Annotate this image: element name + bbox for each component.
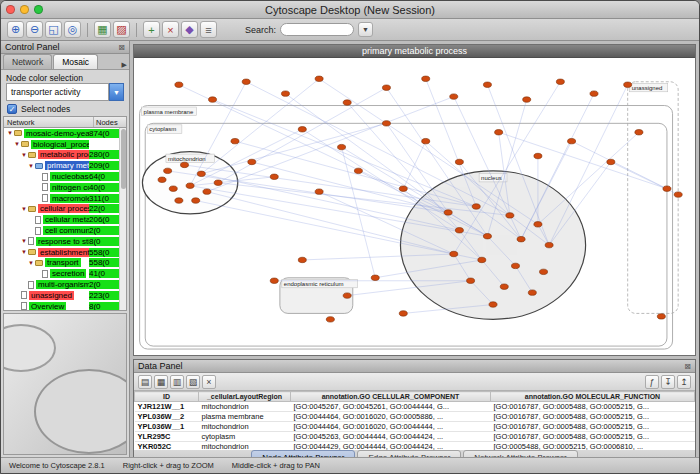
network-canvas[interactable]: plasma membranecytoplasmmitochondrionnuc… [134,58,695,355]
expand-arrow-icon[interactable]: ▼ [6,130,14,136]
cell-value[interactable]: [GO:0016787, GO:0005488, GO:0005215, G..… [491,422,695,432]
zoom-selected-icon[interactable]: ◱ [45,21,62,38]
tab-mosaic[interactable]: Mosaic [53,54,98,69]
graph-edge[interactable] [572,141,667,189]
graph-edge[interactable] [285,94,448,213]
graph-edge[interactable] [549,85,628,245]
cell-value[interactable]: cytoplasm [199,432,291,442]
graph-node[interactable] [399,311,407,316]
graph-node[interactable] [164,168,172,173]
table-row[interactable]: YPL036W__1mitochondrion[GO:0044464, GO:0… [135,422,695,432]
search-options-button[interactable]: ▼ [358,22,373,37]
close-panel-icon[interactable]: ⊠ [684,362,691,371]
cell-id[interactable]: YKR052C [135,442,199,451]
cell-value[interactable]: [GO:0044429, GO:0044444, GO:0044424, ... [291,442,491,451]
graph-node[interactable] [315,189,323,194]
graph-node[interactable] [315,76,323,81]
graph-node[interactable] [270,174,278,179]
graph-node[interactable] [343,100,351,105]
cell-value[interactable]: [GO:0016787, GO:0005488, GO:0005215, G..… [491,432,695,442]
tree-item-cellular-process[interactable]: ▼cellular process22(0 [4,204,119,215]
new-network-icon[interactable]: + [143,21,160,38]
graph-node[interactable] [270,278,278,283]
vizmapper-icon[interactable]: ◆ [181,21,198,38]
graph-node[interactable] [192,198,200,203]
zoom-in-icon[interactable]: ⊕ [7,21,24,38]
tree-scrollbar[interactable] [119,128,126,310]
zoom-out-icon[interactable]: ⊖ [26,21,43,38]
graph-node[interactable] [399,186,407,191]
graph-node[interactable] [343,293,351,298]
tree-item-biological-process[interactable]: ▼biological_process [4,139,119,150]
select-nodes-option[interactable]: ✓ Select nodes [1,101,129,116]
hide-selected-icon[interactable]: ▨ [113,21,130,38]
tree-header-network[interactable]: Network [4,117,94,127]
search-input[interactable] [280,23,354,36]
graph-node[interactable] [506,213,514,218]
graph-node[interactable] [624,82,632,87]
graph-node[interactable] [472,204,480,209]
table-row[interactable]: YKR052Cmitochondrion[GO:0044429, GO:0044… [135,442,695,451]
close-panel-icon[interactable]: ⊠ [118,43,125,52]
graph-node[interactable] [326,317,334,322]
graph-node[interactable] [663,186,671,191]
graph-node[interactable] [371,275,379,280]
expand-arrow-icon[interactable]: ▼ [20,206,28,212]
column-header-annotation-go-molecular-function[interactable]: annotation.GO MOLECULAR_FUNCTION [491,392,695,402]
match-attribute-icon[interactable]: ▧ [186,375,200,389]
graph-node[interactable] [298,257,306,262]
tree-item-nucleobase[interactable]: nucleobase...64(0 [4,171,119,182]
cell-id[interactable]: YJR121W__1 [135,402,199,412]
graph-edge[interactable] [213,100,477,207]
create-attribute-icon[interactable]: ▦ [154,375,168,389]
graph-node[interactable] [197,171,205,176]
graph-node[interactable] [517,236,525,241]
expand-arrow-icon[interactable]: ▼ [20,238,28,244]
column-header-id[interactable]: ID [135,392,199,402]
tree-item-nitrogen-compo[interactable]: nitrogen compo...40(0 [4,182,119,193]
node-color-select[interactable]: transporter activity ▼ [6,83,124,101]
graph-node[interactable] [175,198,183,203]
graph-node[interactable] [534,222,542,227]
graph-node[interactable] [281,91,289,96]
graph-node[interactable] [455,159,463,164]
tree-item-establishment-of-lo[interactable]: ▼establishment of lo...558(0 [4,247,119,258]
network-view-title[interactable]: primary metabolic process [134,45,695,58]
graph-node[interactable] [248,159,256,164]
graph-node[interactable] [422,76,430,81]
zoom-fit-icon[interactable]: ◎ [64,21,81,38]
graph-node[interactable] [450,94,458,99]
select-nodes-checkbox[interactable]: ✓ [7,104,17,114]
attribute-table[interactable]: ID_cellularLayoutRegionannotation.GO CEL… [134,391,695,450]
graph-node[interactable] [483,82,491,87]
graph-node[interactable] [478,257,486,262]
graph-node[interactable] [483,233,491,238]
show-all-nodes-icon[interactable]: ▦ [94,21,111,38]
select-attributes-icon[interactable]: ▤ [138,375,152,389]
graph-edge[interactable] [246,82,510,216]
graph-node[interactable] [528,290,536,295]
graph-node[interactable] [382,85,390,90]
graph-node[interactable] [298,127,306,132]
plugins-icon[interactable]: ≡ [200,21,217,38]
cell-value[interactable]: [GO:0044464, GO:0016020, GO:0044444, ... [291,422,491,432]
graph-node[interactable] [209,97,217,102]
expand-arrow-icon[interactable]: ▼ [27,163,35,169]
cell-value[interactable]: [GO:0016787, GO:0005488, GO:0005215, G..… [491,412,695,422]
graph-node[interactable] [489,302,497,307]
tree-item-macromolecule[interactable]: macromolecule...311(0 [4,193,119,204]
function-builder-icon[interactable]: ƒ [645,375,659,389]
tree-item-mosaic-demo-yeast[interactable]: ▼mosaic-demo-yeast874(0 [4,128,119,139]
graph-node[interactable] [422,138,430,143]
tree-item-transport[interactable]: ▼transport558(0 [4,258,119,269]
window-titlebar[interactable]: Cytoscape Desktop (New Session) [1,1,699,19]
tree-item-multi-organism-pro[interactable]: multi-organism pro...2(0 [4,279,119,290]
column-header-annotation-go-cellular-component[interactable]: annotation.GO CELLULAR_COMPONENT [291,392,491,402]
cell-value[interactable]: [GO:0045263, GO:0044444, GO:0044424, ... [291,432,491,442]
column-header-cellularlayoutregion[interactable]: _cellularLayoutRegion [199,392,291,402]
cell-id[interactable]: YPL036W__1 [135,422,199,432]
graph-node[interactable] [444,210,452,215]
cell-value[interactable]: [GO:0044464, GO:0016020, GO:0005886, ... [291,412,491,422]
graph-node[interactable] [556,79,564,84]
tab-network[interactable]: Network [3,54,52,69]
